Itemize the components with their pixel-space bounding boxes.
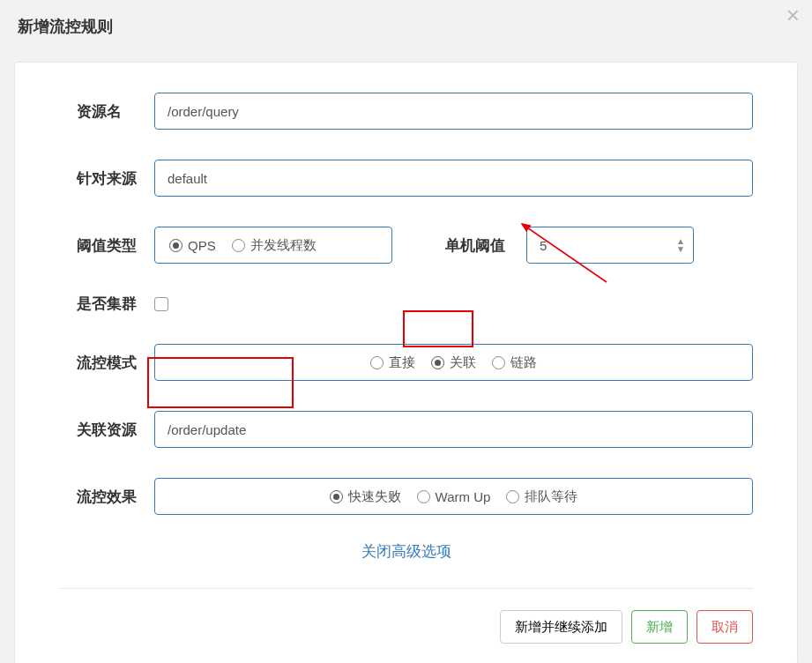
- radio-icon: [431, 356, 444, 369]
- radio-icon: [370, 356, 384, 369]
- radio-icon: [417, 490, 430, 503]
- radio-icon: [232, 239, 245, 252]
- radio-mode-direct[interactable]: 直接: [370, 354, 415, 371]
- radio-thread[interactable]: 并发线程数: [232, 237, 317, 254]
- radio-mode-direct-label: 直接: [389, 354, 415, 371]
- radio-mode-chain-label: 链路: [510, 354, 537, 371]
- radio-mode-relate-label: 关联: [450, 354, 476, 371]
- radio-mode-chain[interactable]: 链路: [492, 354, 537, 371]
- row-threshold: 阈值类型 QPS 并发线程数 单机阈值 ▲: [59, 227, 753, 264]
- label-cluster: 是否集群: [59, 294, 154, 314]
- label-resource: 资源名: [59, 101, 154, 122]
- close-icon[interactable]: ×: [786, 4, 800, 26]
- radio-icon: [169, 239, 183, 252]
- label-threshold-type: 阈值类型: [59, 235, 154, 256]
- chevron-down-icon: ▼: [676, 245, 685, 253]
- modal-title: 新增流控规则: [18, 16, 794, 37]
- mode-group: 直接 关联 链路: [154, 344, 753, 381]
- row-resource: 资源名: [59, 93, 753, 130]
- radio-effect-queue[interactable]: 排队等待: [506, 488, 577, 505]
- label-effect: 流控效果: [59, 487, 154, 507]
- radio-effect-fastfail-label: 快速失败: [348, 488, 401, 505]
- row-mode: 流控模式 直接 关联 链路: [59, 344, 753, 381]
- row-related: 关联资源: [59, 411, 753, 448]
- cluster-checkbox[interactable]: [154, 297, 168, 311]
- number-stepper[interactable]: ▲ ▼: [676, 237, 685, 253]
- close-advanced-link[interactable]: 关闭高级选项: [361, 543, 451, 560]
- cancel-button[interactable]: 取消: [697, 610, 753, 644]
- related-resource-input[interactable]: [154, 411, 753, 448]
- threshold-type-group: QPS 并发线程数: [154, 227, 392, 264]
- footer: 新增并继续添加 新增 取消: [59, 610, 753, 644]
- radio-mode-relate[interactable]: 关联: [431, 354, 476, 371]
- label-mode: 流控模式: [59, 353, 154, 373]
- modal-header: 新增流控规则 ×: [0, 0, 812, 55]
- radio-effect-warmup-label: Warm Up: [436, 489, 491, 504]
- label-related: 关联资源: [59, 420, 154, 440]
- radio-effect-fastfail[interactable]: 快速失败: [330, 488, 401, 505]
- form-panel: 资源名 针对来源 阈值类型 QPS 并发线程数: [14, 62, 798, 663]
- add-button[interactable]: 新增: [631, 610, 688, 644]
- radio-qps-label: QPS: [188, 238, 216, 253]
- advanced-link-row: 关闭高级选项: [59, 541, 753, 562]
- radio-qps[interactable]: QPS: [169, 238, 216, 253]
- row-cluster: 是否集群: [59, 294, 753, 314]
- row-effect: 流控效果 快速失败 Warm Up 排队等待: [59, 478, 753, 515]
- radio-icon: [330, 490, 343, 503]
- effect-group: 快速失败 Warm Up 排队等待: [154, 478, 753, 515]
- add-continue-button[interactable]: 新增并继续添加: [500, 610, 622, 644]
- radio-effect-queue-label: 排队等待: [525, 488, 577, 505]
- divider: [59, 588, 753, 589]
- label-threshold-value: 单机阈值: [445, 235, 505, 256]
- label-source: 针对来源: [59, 168, 154, 189]
- resource-input[interactable]: [154, 93, 753, 130]
- source-input[interactable]: [154, 160, 753, 197]
- radio-thread-label: 并发线程数: [250, 237, 317, 254]
- row-source: 针对来源: [59, 160, 753, 197]
- radio-icon: [506, 490, 519, 503]
- threshold-input[interactable]: [526, 227, 694, 264]
- radio-effect-warmup[interactable]: Warm Up: [417, 489, 491, 504]
- radio-icon: [492, 356, 505, 369]
